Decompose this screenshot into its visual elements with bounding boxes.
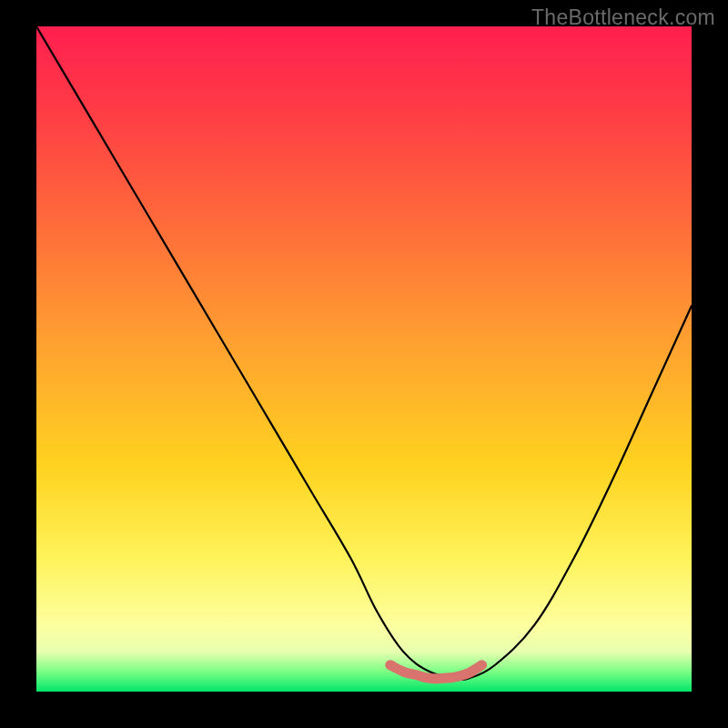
plot-area — [36, 26, 692, 692]
salmon-band-path — [390, 665, 482, 679]
chart-frame: TheBottleneck.com — [0, 0, 728, 728]
watermark-text: TheBottleneck.com — [531, 5, 715, 30]
curve-svg — [36, 26, 692, 692]
black-curve-path — [36, 26, 692, 680]
